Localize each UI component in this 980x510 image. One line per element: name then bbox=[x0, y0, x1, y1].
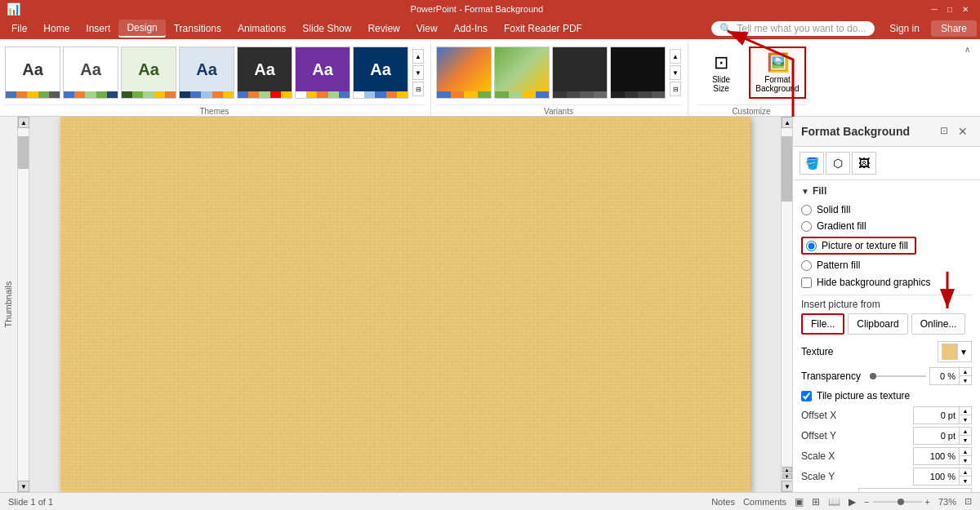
theme-4[interactable]: Aa bbox=[179, 47, 234, 99]
transparency-slider-track[interactable] bbox=[870, 375, 926, 377]
theme-2[interactable]: Aa bbox=[63, 47, 118, 99]
scale-x-input[interactable] bbox=[914, 448, 959, 464]
menu-addins[interactable]: Add-Ins bbox=[446, 20, 496, 37]
themes-more[interactable]: ⊟ bbox=[412, 82, 424, 96]
offset-x-spin-down[interactable]: ▼ bbox=[960, 415, 971, 424]
notes-button[interactable]: Notes bbox=[711, 497, 735, 507]
gradient-fill-radio[interactable] bbox=[801, 221, 812, 232]
transparency-spin-down[interactable]: ▼ bbox=[960, 376, 971, 384]
solid-fill-option[interactable]: Solid fill bbox=[801, 202, 972, 218]
canvas-scroll-down[interactable]: ▼ bbox=[782, 481, 793, 492]
theme-1[interactable]: Aa bbox=[5, 47, 60, 99]
zoom-in-icon[interactable]: + bbox=[925, 497, 930, 507]
menu-insert[interactable]: Insert bbox=[78, 20, 118, 37]
file-button[interactable]: File... bbox=[801, 313, 844, 335]
scroll-down-btn[interactable]: ▼ bbox=[18, 481, 29, 492]
canvas-scroll-thumb[interactable] bbox=[782, 136, 792, 202]
themes-scroll-down[interactable]: ▼ bbox=[412, 65, 424, 80]
hide-background-checkbox[interactable] bbox=[801, 277, 812, 288]
menu-file[interactable]: File bbox=[3, 20, 35, 37]
view-slide-sorter-icon[interactable]: ⊞ bbox=[812, 496, 820, 508]
ribbon: Aa Aa bbox=[0, 39, 980, 117]
variants-scroll-down[interactable]: ▼ bbox=[670, 65, 681, 80]
window-minimize[interactable]: ─ bbox=[927, 5, 942, 14]
scale-x-spin-up[interactable]: ▲ bbox=[960, 448, 971, 456]
theme-3[interactable]: Aa bbox=[121, 47, 176, 99]
share-button[interactable]: Share bbox=[931, 20, 977, 37]
view-normal-icon[interactable]: ▣ bbox=[795, 496, 804, 508]
theme-7[interactable]: Aa bbox=[353, 47, 408, 99]
variants-more[interactable]: ⊟ bbox=[670, 82, 681, 96]
panel-close[interactable]: ✕ bbox=[954, 123, 972, 140]
scroll-thumb[interactable] bbox=[18, 136, 29, 169]
variants-scroll-up[interactable]: ▲ bbox=[670, 49, 681, 64]
tile-label: Tile picture as texture bbox=[817, 390, 910, 401]
app-icon: 📊 bbox=[7, 2, 20, 16]
offset-y-spin-up[interactable]: ▲ bbox=[960, 428, 971, 436]
texture-selector[interactable]: ▼ bbox=[938, 341, 972, 362]
themes-scroll-up[interactable]: ▲ bbox=[412, 49, 424, 64]
fit-slide-icon[interactable]: ⊡ bbox=[964, 496, 972, 507]
view-slideshow-icon[interactable]: ▶ bbox=[849, 496, 856, 508]
scale-y-spin-down[interactable]: ▼ bbox=[960, 477, 971, 485]
offset-y-row: Offset Y ▲ ▼ bbox=[801, 427, 972, 445]
theme-6[interactable]: Aa bbox=[295, 47, 350, 99]
canvas-split-down[interactable]: ▼ bbox=[782, 473, 792, 479]
view-reading-icon[interactable]: 📖 bbox=[828, 496, 840, 508]
variant-1[interactable] bbox=[436, 47, 492, 99]
picture-texture-radio[interactable] bbox=[806, 241, 817, 251]
pattern-fill-radio[interactable] bbox=[801, 260, 812, 271]
menu-home[interactable]: Home bbox=[35, 20, 78, 37]
tile-checkbox[interactable] bbox=[801, 391, 812, 401]
transparency-value-input[interactable] bbox=[930, 368, 959, 384]
slide-size-button[interactable]: ⊡ Slide Size bbox=[697, 47, 746, 99]
panel-content: ▼ Fill Solid fill Gradient fill bbox=[793, 180, 980, 492]
transparency-spin-up[interactable]: ▲ bbox=[960, 368, 971, 376]
offset-y-spin-down[interactable]: ▼ bbox=[960, 436, 971, 444]
fill-icon-tab[interactable]: 🪣 bbox=[800, 152, 824, 175]
menu-transitions[interactable]: Transitions bbox=[166, 20, 229, 37]
variant-3[interactable] bbox=[552, 47, 608, 99]
pattern-fill-option[interactable]: Pattern fill bbox=[801, 257, 972, 273]
online-button[interactable]: Online... bbox=[911, 313, 966, 335]
scale-y-input[interactable] bbox=[914, 468, 959, 485]
picture-texture-fill-option[interactable]: Picture or texture fill bbox=[801, 234, 972, 257]
effects-icon-tab[interactable]: ⬡ bbox=[826, 152, 850, 175]
scroll-up-btn[interactable]: ▲ bbox=[18, 117, 29, 128]
variant-4[interactable] bbox=[610, 47, 666, 99]
offset-x-input[interactable] bbox=[914, 407, 959, 424]
menu-slideshow[interactable]: Slide Show bbox=[294, 20, 359, 37]
format-background-button[interactable]: 🖼️ Format Background bbox=[749, 47, 806, 99]
window-close[interactable]: ✕ bbox=[957, 5, 973, 14]
hide-background-option[interactable]: Hide background graphics bbox=[801, 273, 972, 291]
scale-y-spin-up[interactable]: ▲ bbox=[960, 468, 971, 477]
solid-fill-radio[interactable] bbox=[801, 205, 812, 215]
panel-resize[interactable]: ⊡ bbox=[936, 123, 952, 140]
offset-x-spin-up[interactable]: ▲ bbox=[960, 407, 971, 415]
zoom-slider[interactable]: − + bbox=[864, 497, 930, 507]
offset-y-input[interactable] bbox=[914, 428, 959, 444]
clipboard-button[interactable]: Clipboard bbox=[848, 313, 907, 335]
theme-5[interactable]: Aa bbox=[237, 47, 292, 99]
menu-review[interactable]: Review bbox=[359, 20, 408, 37]
zoom-level[interactable]: 73% bbox=[938, 497, 956, 507]
alignment-select[interactable]: Top left Top center Top right Center lef… bbox=[858, 488, 972, 492]
canvas-split-up[interactable]: ▲ bbox=[782, 467, 792, 472]
menu-view[interactable]: View bbox=[408, 20, 446, 37]
menu-foxit[interactable]: Foxit Reader PDF bbox=[496, 20, 590, 37]
signin-button[interactable]: Sign in bbox=[881, 20, 928, 37]
picture-icon-tab[interactable]: 🖼 bbox=[852, 152, 876, 175]
scale-x-spin-down[interactable]: ▼ bbox=[960, 456, 971, 464]
canvas-scroll-up[interactable]: ▲ bbox=[782, 117, 793, 128]
comments-button[interactable]: Comments bbox=[743, 497, 786, 507]
zoom-out-icon[interactable]: − bbox=[864, 497, 869, 507]
collapse-ribbon[interactable]: ∧ bbox=[960, 42, 975, 56]
gradient-fill-option[interactable]: Gradient fill bbox=[801, 218, 972, 234]
search-box[interactable]: 🔍 Tell me what you want to do... bbox=[711, 21, 875, 36]
tile-picture-row[interactable]: Tile picture as texture bbox=[801, 390, 972, 401]
menu-animations[interactable]: Animations bbox=[229, 20, 294, 37]
menu-design[interactable]: Design bbox=[118, 20, 165, 38]
fill-section: ▼ Fill Solid fill Gradient fill bbox=[801, 185, 972, 492]
window-maximize[interactable]: □ bbox=[942, 5, 957, 14]
variant-2[interactable] bbox=[494, 47, 550, 99]
